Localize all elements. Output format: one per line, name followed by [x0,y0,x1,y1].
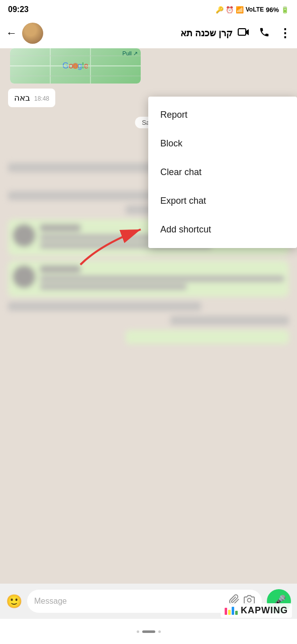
alarm-icon: ⏰ [226,6,234,14]
nav-pills [137,630,161,633]
status-time: 09:23 [8,5,29,14]
back-button[interactable]: ← [6,27,17,40]
dropdown-item-export-chat[interactable]: Export chat [148,187,297,215]
svg-point-6 [72,63,78,69]
nav-pill-1 [137,630,139,633]
status-bar: 09:23 🔑 ⏰ 📶 VoLTE 96% 🔋 [0,0,297,18]
kapwing-logo [225,607,238,615]
svg-rect-0 [238,29,246,35]
nav-pill-home[interactable] [142,630,155,633]
message-text: באה [14,93,30,103]
wifi-icon: 📶 [236,6,244,14]
nav-pill-3 [158,630,161,633]
map-message: Google Pull ↗ [10,48,141,84]
battery-level: 96% [266,6,279,14]
dropdown-menu: Report Block Clear chat Export chat Add … [148,97,297,248]
battery-icon: 🔋 [281,6,289,14]
message-bubble: 18:48 באה [8,89,55,107]
avatar [22,23,43,44]
message-row: 18:48 באה [8,89,55,107]
signal-bars: VoLTE [246,6,264,13]
emoji-button[interactable]: 🙂 [6,594,22,609]
phone-call-icon[interactable] [259,27,270,40]
video-call-icon[interactable] [238,28,250,39]
kapwing-watermark: KAPWING [221,603,292,618]
status-icons: 🔑 ⏰ 📶 VoLTE 96% 🔋 [216,6,289,14]
chat-area: Google Pull ↗ 18:48 באה Satu [0,48,297,584]
more-options-icon[interactable]: ⋮ [279,26,291,40]
top-bar: ← קרן שכנה תא ⋮ [0,18,297,48]
top-bar-actions: ⋮ [238,26,291,40]
key-icon: 🔑 [216,6,224,14]
dropdown-item-block[interactable]: Block [148,129,297,158]
dropdown-item-add-shortcut[interactable]: Add shortcut [148,215,297,244]
dropdown-item-report[interactable]: Report [148,101,297,129]
message-placeholder: Message [34,597,67,606]
contact-name[interactable]: קרן שכנה תא [48,28,233,39]
message-time: 18:48 [34,95,49,102]
dropdown-item-clear-chat[interactable]: Clear chat [148,158,297,187]
svg-point-8 [247,598,251,602]
kapwing-text: KAPWING [241,605,288,616]
nav-bar [0,619,297,644]
